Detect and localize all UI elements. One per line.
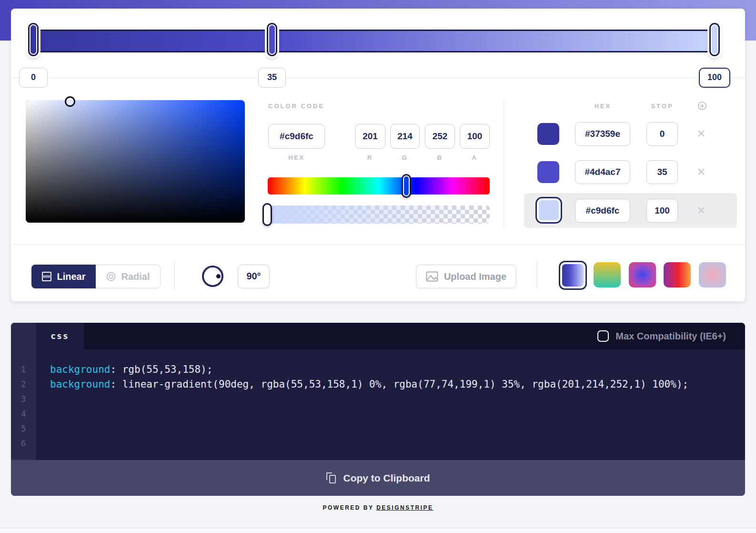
linear-icon	[41, 271, 52, 282]
r-field-label: R	[355, 154, 385, 161]
hex-field-label: HEX	[268, 154, 325, 161]
preset-fill	[562, 264, 584, 287]
bottom-strip	[0, 528, 756, 533]
linear-toggle-button[interactable]: Linear	[31, 265, 96, 288]
delete-stop-icon[interactable]: ×	[692, 199, 711, 223]
horizontal-divider	[11, 244, 745, 245]
hex-input[interactable]: #c9d6fc	[268, 124, 325, 149]
stop-position-input-0[interactable]: 0	[19, 68, 48, 88]
gradient-generator-app: 0 35 100 COLOR CODE #c9d6fc 201 214 252 …	[0, 0, 756, 533]
upload-image-button[interactable]: Upload Image	[416, 265, 516, 288]
preset-gradient-2[interactable]	[629, 262, 656, 287]
stop-row-0: #37359e 0 ×	[524, 116, 737, 152]
stop-position-input-35[interactable]: 35	[258, 68, 286, 88]
upload-image-label: Upload Image	[444, 271, 506, 282]
stop-value-input[interactable]: 0	[646, 122, 678, 146]
toolbar-divider	[174, 261, 175, 289]
stops-stop-header: STOP	[646, 102, 678, 110]
designstripe-link[interactable]: DESIGNSTRIPE	[376, 504, 433, 511]
radial-icon	[106, 271, 116, 282]
css-property: background	[50, 379, 110, 390]
max-compatibility-checkbox[interactable]	[597, 330, 609, 342]
stop-handle-color	[269, 25, 275, 54]
stop-hex-input[interactable]: #37359e	[575, 122, 630, 146]
radial-label: Radial	[121, 271, 150, 282]
copy-to-clipboard-button[interactable]: Copy to Clipboard	[11, 460, 745, 496]
delete-stop-icon[interactable]: ×	[692, 122, 711, 146]
radial-toggle-button[interactable]: Radial	[96, 265, 161, 288]
hue-slider[interactable]	[268, 177, 490, 195]
linear-label: Linear	[57, 271, 85, 282]
code-line-1: background: rgb(55,53,158);	[50, 362, 745, 377]
gradient-type-toggle: Linear Radial	[31, 265, 161, 288]
stop-hex-input[interactable]: #c9d6fc	[575, 199, 630, 223]
preset-gradient-0-selected[interactable]	[559, 261, 587, 290]
code-header: css Max Compatibility (IE6+)	[36, 323, 745, 349]
css-value: : linear-gradient(90deg, rgba(55,53,158,…	[110, 379, 688, 390]
line-numbers: 1 2 3 4 5 6	[11, 362, 36, 451]
max-compatibility-label: Max Compatibility (IE6+)	[615, 331, 726, 342]
footer: POWERED BY DESIGNSTRIPE	[0, 504, 756, 511]
alpha-slider[interactable]	[268, 205, 490, 224]
stop-connector-line	[11, 78, 745, 78]
css-property: background	[50, 364, 110, 375]
blue-input[interactable]: 252	[425, 124, 455, 149]
toolbar-divider	[537, 261, 537, 289]
b-field-label: B	[425, 154, 455, 161]
stop-handle-color	[30, 25, 36, 54]
max-compatibility-toggle[interactable]: Max Compatibility (IE6+)	[597, 323, 726, 349]
line-number: 3	[11, 392, 36, 407]
line-number: 6	[11, 436, 36, 451]
css-value: : rgb(55,53,158);	[110, 364, 212, 375]
gradient-stop-handle-0[interactable]	[28, 23, 39, 56]
tab-css[interactable]: css	[36, 323, 84, 349]
gradient-stop-handle-35[interactable]	[267, 23, 277, 56]
red-input[interactable]: 201	[355, 124, 385, 149]
stop-hex-input[interactable]: #4d4ac7	[575, 160, 630, 184]
stop-handle-color	[712, 25, 717, 54]
angle-dial[interactable]	[202, 266, 223, 287]
color-code-label: COLOR CODE	[268, 102, 324, 110]
line-number: 4	[11, 407, 36, 421]
stop-swatch[interactable]	[537, 123, 559, 145]
alpha-slider-handle[interactable]	[262, 203, 272, 226]
alpha-input[interactable]: 100	[460, 124, 490, 149]
stop-swatch[interactable]	[537, 161, 559, 183]
line-number: 1	[11, 362, 36, 377]
a-field-label: A	[460, 154, 490, 161]
code-line-2: background: linear-gradient(90deg, rgba(…	[50, 377, 745, 392]
line-number: 5	[11, 421, 36, 436]
delete-stop-icon[interactable]: ×	[692, 160, 711, 184]
angle-input[interactable]: 90°	[238, 265, 270, 288]
alpha-gradient-overlay	[268, 205, 490, 224]
image-icon	[426, 271, 438, 282]
copy-icon	[326, 472, 337, 484]
gradient-stop-handle-100[interactable]	[709, 23, 720, 56]
copy-to-clipboard-label: Copy to Clipboard	[343, 472, 430, 484]
stop-value-input[interactable]: 35	[646, 160, 678, 184]
saturation-brightness-square[interactable]	[26, 100, 245, 223]
css-code-panel: css Max Compatibility (IE6+) 1 2 3 4 5 6…	[11, 323, 745, 496]
green-input[interactable]: 214	[390, 124, 420, 149]
line-number: 2	[11, 377, 36, 392]
color-picker-cursor[interactable]	[65, 96, 75, 107]
vertical-divider	[504, 100, 504, 229]
editor-card: 0 35 100 COLOR CODE #c9d6fc 201 214 252 …	[11, 9, 745, 301]
stop-value-input[interactable]: 100	[646, 199, 678, 223]
hue-slider-handle[interactable]	[402, 174, 411, 198]
saturation-overlay	[26, 100, 245, 223]
add-stop-icon[interactable]	[697, 101, 707, 111]
preset-gradient-4[interactable]	[699, 262, 726, 287]
preset-gradient-3[interactable]	[664, 262, 691, 287]
angle-dial-dot	[216, 274, 221, 278]
hue-handle-color	[404, 176, 409, 195]
g-field-label: G	[390, 154, 420, 161]
powered-by-text: POWERED BY	[323, 504, 377, 511]
stops-hex-header: HEX	[575, 102, 631, 110]
stop-position-input-100-selected[interactable]: 100	[699, 68, 730, 88]
stop-swatch-selected[interactable]	[535, 197, 562, 224]
preset-gradient-1[interactable]	[594, 262, 621, 287]
code-area[interactable]: background: rgb(55,53,158); background: …	[36, 349, 745, 392]
gradient-preview-bar[interactable]	[32, 30, 716, 52]
stop-row-2-selected: #c9d6fc 100 ×	[524, 193, 737, 228]
